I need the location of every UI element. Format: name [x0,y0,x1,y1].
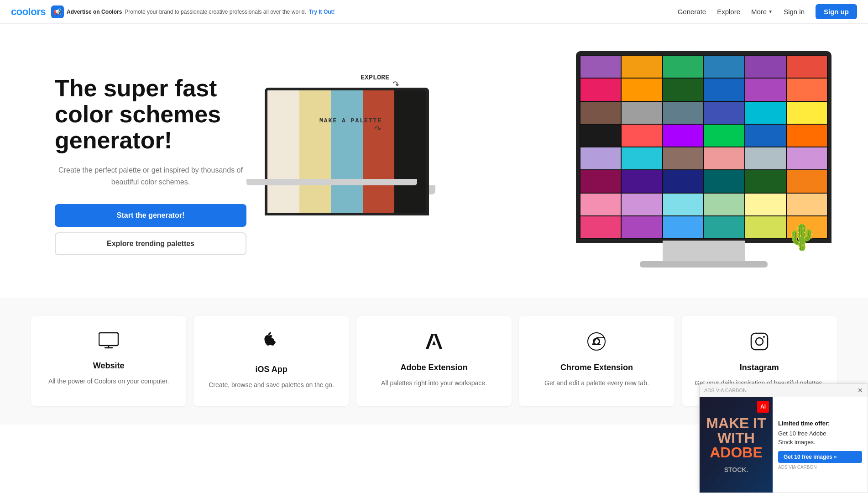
color-swatch [704,79,744,100]
logo[interactable]: coolors [11,6,46,18]
explore-label: EXPLORE [361,74,389,82]
color-swatch [622,125,662,147]
hero-visual: EXPLORE ↷ MAKE A PALETTE ↷ 🌵 [246,51,831,279]
color-swatch [704,170,744,192]
color-swatch [622,56,662,78]
feature-title: Instagram [740,363,779,372]
color-swatch [787,79,827,100]
monitor-screen [580,55,828,239]
palette-col-2 [299,90,331,213]
color-swatch [787,194,827,215]
hero-left: The super fast color schemes generator! … [55,75,246,256]
start-generator-button[interactable]: Start the generator! [55,204,246,227]
ad-overlay: ADS VIA CARBON ✕ MAKE ITWITHADOBESTOCK. … [699,383,868,425]
feature-desc: All palettes right into your workspace. [381,378,487,388]
instagram-icon [750,332,769,355]
ad-overlay-body: MAKE ITWITHADOBESTOCK. Ai Limited time o… [700,397,868,425]
svg-point-9 [763,336,765,338]
feature-card-chrome-extension[interactable]: Chrome Extension Get and edit a palette … [519,316,674,406]
color-swatch [704,102,744,124]
color-swatch [663,170,703,192]
color-swatch [787,102,827,124]
feature-title: Chrome Extension [560,363,633,372]
ad-cta-link[interactable]: Try It Out! [309,9,335,15]
hero-section: The super fast color schemes generator! … [0,24,868,298]
feature-card-website[interactable]: Website All the power of Coolors on your… [31,316,186,406]
signin-button[interactable]: Sign in [784,8,805,16]
color-swatch [622,79,662,100]
monitor-stand [663,241,745,263]
nav-generate[interactable]: Generate [678,8,706,16]
palette-col-5 [394,90,426,213]
apple-icon [263,332,280,357]
feature-desc: Get and edit a palette every new tab. [544,378,649,388]
explore-palettes-button[interactable]: Explore trending palettes [55,232,246,255]
laptop-visual [265,88,429,215]
color-swatch [745,194,785,215]
close-icon[interactable]: ✕ [858,387,863,394]
feature-desc: All the power of Coolors on your compute… [48,376,169,386]
monitor-visual [576,51,831,243]
laptop-screen [267,90,426,213]
ad-offer-text: Limited time offer: [778,420,862,425]
color-swatch [787,125,827,147]
nav-explore[interactable]: Explore [717,8,740,16]
nav-more-label: More [751,8,767,16]
palette-col-1 [267,90,299,213]
navbar-right: Generate Explore More ▼ Sign in Sign up [678,4,857,19]
monitor-base [640,261,768,267]
color-swatch [745,170,785,192]
color-swatch [663,125,703,147]
feature-desc: Create, browse and save palettes on the … [209,380,334,390]
feature-card-ios-app[interactable]: iOS App Create, browse and save palettes… [193,316,349,406]
color-swatch [704,125,744,147]
color-swatch [663,102,703,124]
color-swatch [787,170,827,192]
color-swatch [704,216,744,238]
color-swatch [580,125,621,147]
hero-title: The super fast color schemes generator! [55,75,246,154]
laptop-lid [246,179,417,185]
ad-icon: 📢 [51,5,64,18]
ad-desc: Promote your brand to passionate creativ… [125,9,306,15]
color-swatch [745,79,785,100]
signup-button[interactable]: Sign up [816,4,857,19]
palette-col-3 [331,90,363,213]
color-swatch [704,194,744,215]
color-swatch [580,79,621,100]
ad-brand: Advertise on Coolors [67,9,122,15]
svg-rect-7 [751,333,768,350]
color-swatch [580,147,621,169]
cactus-icon: 🌵 [786,222,818,252]
feature-title: Website [93,361,125,371]
color-swatch [745,147,785,169]
nav-more-dropdown[interactable]: More ▼ [751,8,773,16]
color-swatch [663,194,703,215]
color-swatch [580,216,621,238]
palette-strip [267,90,426,213]
color-swatch [580,56,621,78]
color-swatch [745,56,785,78]
ad-overlay-text: Limited time offer: Get 10 free Adobe St… [773,397,868,425]
color-swatch [580,194,621,215]
adobe-icon [425,332,443,355]
chevron-down-icon: ▼ [768,9,773,14]
color-swatch [622,102,662,124]
color-swatch [704,147,744,169]
feature-card-adobe-extension[interactable]: Adobe Extension All palettes right into … [356,316,512,406]
color-swatch [622,216,662,238]
palette-col-4 [363,90,395,213]
color-swatch [663,79,703,100]
monitor-icon [99,332,119,353]
navbar-left: coolors 📢 Advertise on Coolors Promote y… [11,5,335,18]
make-palette-label: MAKE A PALETTE [319,117,382,124]
chrome-icon [587,332,606,355]
color-swatch [663,56,703,78]
navbar: coolors 📢 Advertise on Coolors Promote y… [0,0,868,24]
color-swatch [622,170,662,192]
feature-title: Adobe Extension [401,363,468,372]
adobe-logo-icon: Ai [757,401,769,413]
ad-overlay-header: ADS VIA CARBON ✕ [700,384,868,397]
color-swatch [663,147,703,169]
color-swatch [580,170,621,192]
